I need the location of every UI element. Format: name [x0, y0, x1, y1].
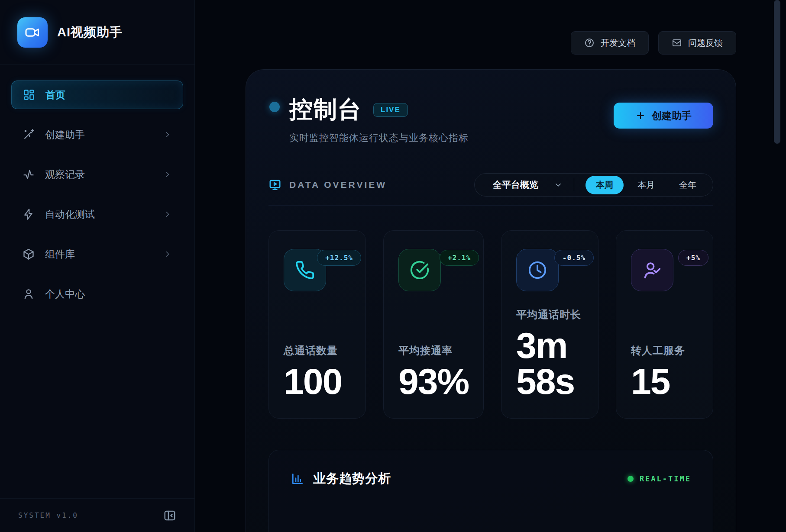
delta-badge: -0.5%: [554, 250, 594, 266]
stat-icon-tile: [398, 249, 441, 291]
data-overview-label-group: DATA OVERVIEW: [268, 178, 387, 191]
panel-collapse-icon: [163, 509, 176, 522]
cube-icon: [23, 248, 35, 260]
period-tabs: 本周 本月 全年: [585, 176, 707, 194]
trend-header: 业务趋势分析 REAL-TIME: [291, 470, 691, 487]
page-scrollbar[interactable]: [774, 0, 780, 532]
realtime-label: REAL-TIME: [640, 474, 691, 483]
sidebar-nav: 首页 创建助手 观察记录: [0, 65, 194, 498]
stat-value: 15: [631, 364, 698, 399]
sidebar-footer: SYSTEM v1.0: [0, 498, 194, 532]
main-content: 开发文档 问题反馈 控制台 LIVE 实时监控智能体运行状态与业务核心指标: [195, 0, 786, 532]
delta-badge: +2.1%: [440, 250, 479, 266]
sidebar-item-label: 首页: [45, 88, 65, 102]
stat-label: 平均通话时长: [516, 308, 583, 322]
tab-this-year[interactable]: 全年: [669, 176, 707, 194]
feedback-button[interactable]: 问题反馈: [658, 31, 736, 55]
sidebar-collapse-button[interactable]: [163, 509, 176, 522]
sidebar: AI视频助手 首页 创建助手: [0, 0, 195, 532]
sidebar-item-create-assistant[interactable]: 创建助手: [11, 120, 183, 149]
dev-docs-label: 开发文档: [601, 37, 635, 49]
dashboard-icon: [23, 89, 35, 101]
stat-label: 总通话数量: [284, 344, 351, 358]
sidebar-item-label: 自动化测试: [45, 208, 95, 221]
stat-value: 3m 58s: [516, 328, 583, 399]
platform-selector-value: 全平台概览: [493, 179, 538, 191]
section-divider: [268, 205, 713, 206]
user-check-icon: [642, 260, 662, 280]
user-icon: [23, 288, 35, 300]
plus-icon: [635, 110, 646, 121]
platform-selector-dropdown[interactable]: 全平台概览: [493, 179, 563, 191]
status-dot: [269, 102, 280, 112]
tab-this-month[interactable]: 本月: [627, 176, 665, 194]
app-logo: [17, 17, 48, 48]
delta-badge: +12.5%: [317, 250, 361, 266]
clock-icon: [527, 260, 547, 280]
header-texts: 控制台 LIVE 实时监控智能体运行状态与业务核心指标: [289, 94, 469, 145]
create-assistant-label: 创建助手: [652, 109, 692, 123]
lightning-icon: [23, 208, 35, 220]
help-circle-icon: [584, 38, 595, 48]
stat-icon-tile: [631, 249, 673, 291]
system-version: SYSTEM v1.0: [18, 511, 78, 519]
page-subtitle: 实时监控智能体运行状态与业务核心指标: [289, 132, 469, 145]
data-overview-row: DATA OVERVIEW 全平台概览 本周 本月 全年: [268, 173, 713, 197]
create-assistant-button[interactable]: 创建助手: [614, 103, 713, 129]
topbar: 开发文档 问题反馈: [571, 31, 736, 55]
activity-pulse-icon: [23, 168, 35, 181]
sidebar-item-label: 观察记录: [45, 168, 85, 181]
stat-card-avg-duration: -0.5% 平均通话时长 3m 58s: [501, 230, 598, 419]
sidebar-header: AI视频助手: [0, 0, 194, 65]
stat-label: 平均接通率: [398, 344, 469, 358]
magic-wand-icon: [23, 129, 35, 141]
sidebar-item-label: 创建助手: [45, 128, 85, 142]
overview-controls: 全平台概览 本周 本月 全年: [474, 173, 713, 197]
chevron-down-icon: [554, 181, 563, 189]
panel-header: 控制台 LIVE 实时监控智能体运行状态与业务核心指标 创建助手: [268, 94, 713, 145]
stat-card-total-calls: +12.5% 总通话数量 100: [268, 230, 366, 419]
live-badge: LIVE: [373, 103, 408, 117]
stats-grid: +12.5% 总通话数量 100 +2.1% 平: [268, 230, 713, 419]
stat-icon-tile: [516, 249, 559, 291]
phone-icon: [295, 260, 315, 280]
sidebar-item-automation-test[interactable]: 自动化测试: [11, 200, 183, 229]
monitor-play-icon: [268, 178, 281, 191]
controls-divider: [574, 178, 574, 191]
realtime-indicator: REAL-TIME: [628, 474, 691, 483]
chevron-right-icon: [163, 210, 172, 219]
sidebar-item-personal-center[interactable]: 个人中心: [11, 280, 183, 308]
app-title: AI视频助手: [57, 24, 123, 41]
bar-chart-icon: [291, 472, 304, 486]
mail-icon: [672, 38, 682, 48]
feedback-label: 问题反馈: [688, 37, 723, 49]
green-status-dot: [628, 476, 634, 482]
app-root: AI视频助手 首页 创建助手: [0, 0, 786, 532]
sidebar-item-label: 个人中心: [45, 287, 85, 301]
page-title: 控制台: [289, 94, 362, 126]
check-circle-icon: [410, 260, 430, 280]
stat-value: 100: [284, 364, 351, 399]
sidebar-item-home[interactable]: 首页: [11, 81, 183, 109]
trend-panel: 业务趋势分析 REAL-TIME: [268, 450, 713, 532]
chevron-right-icon: [163, 170, 172, 179]
console-panel: 控制台 LIVE 实时监控智能体运行状态与业务核心指标 创建助手: [246, 69, 736, 532]
tab-this-week[interactable]: 本周: [585, 176, 624, 194]
data-overview-label: DATA OVERVIEW: [289, 180, 387, 190]
stat-label: 转人工服务: [631, 344, 698, 358]
chevron-right-icon: [163, 250, 172, 258]
stat-card-answer-rate: +2.1% 平均接通率 93%: [383, 230, 484, 419]
scrollbar-thumb[interactable]: [774, 0, 780, 144]
sidebar-item-component-library[interactable]: 组件库: [11, 240, 183, 268]
stat-card-human-transfer: +5% 转人工服务 15: [616, 230, 713, 419]
chevron-right-icon: [163, 130, 172, 139]
trend-title: 业务趋势分析: [313, 470, 391, 487]
stat-value: 93%: [398, 364, 469, 399]
sidebar-item-label: 组件库: [45, 248, 75, 261]
sidebar-item-observe-records[interactable]: 观察记录: [11, 160, 183, 189]
delta-badge: +5%: [678, 250, 708, 266]
video-camera-icon: [25, 25, 40, 40]
dev-docs-button[interactable]: 开发文档: [571, 31, 649, 55]
